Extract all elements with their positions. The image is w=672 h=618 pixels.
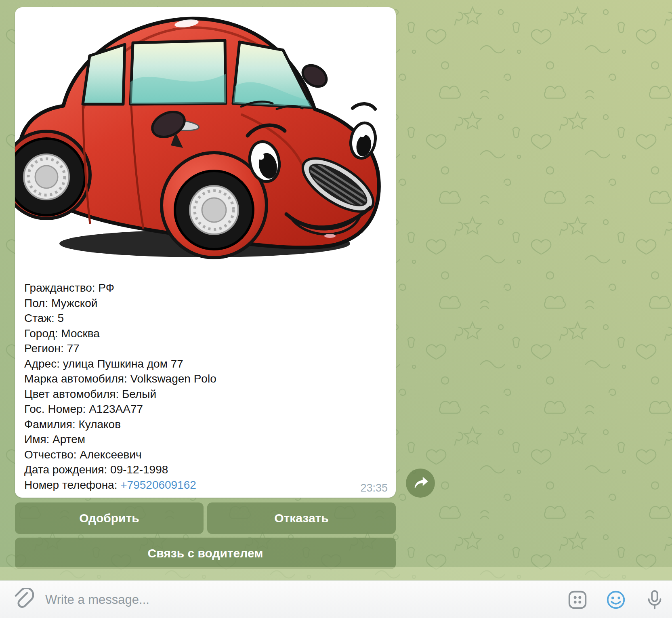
bot-commands-icon[interactable] [567,589,588,611]
info-line: Адрес: улица Пушкина дом 77 [24,356,386,372]
forward-arrow-icon [411,474,430,492]
info-line: Пол: Мужской [24,296,386,311]
emoji-icon[interactable] [605,589,627,611]
phone-line: Номер телефона: +79520609162 [24,477,386,493]
contact-driver-button[interactable]: Связь с водителем [15,538,396,569]
approve-button[interactable]: Одобрить [15,502,204,534]
info-line: Цвет автомобиля: Белый [24,387,386,402]
rear-wheel [15,139,85,215]
background-light-band [0,567,672,580]
info-line: Город: Москва [24,326,386,341]
message-input[interactable]: Write a message... [45,581,489,618]
inline-keyboard-row-2: Связь с водителем [15,538,396,569]
microphone-icon[interactable] [644,589,666,611]
info-line: Дата рождения: 09-12-1998 [24,462,386,477]
info-line: Фамилия: Кулаков [24,417,386,432]
composer-bar: Write a message... [0,580,672,618]
info-line: Отчество: Алексеевич [24,447,386,462]
message-text: Гражданство: РФ Пол: Мужской Стаж: 5 Гор… [24,280,386,492]
attach-paperclip-icon[interactable] [11,588,34,611]
info-line: Регион: 77 [24,341,386,356]
info-line: Гос. Номер: А123АА77 [24,401,386,417]
info-line: Гражданство: РФ [24,280,386,296]
inline-keyboard-row-1: Одобрить Отказать [15,502,396,534]
front-wheel [175,171,253,249]
car-photo[interactable] [15,7,396,270]
info-line: Стаж: 5 [24,311,386,326]
decline-button[interactable]: Отказать [207,502,396,534]
message-bubble: Гражданство: РФ Пол: Мужской Стаж: 5 Гор… [15,7,396,498]
message-timestamp: 23:35 [360,482,388,494]
forward-button[interactable] [406,469,435,498]
telegram-chat-screen: Гражданство: РФ Пол: Мужской Стаж: 5 Гор… [0,0,672,618]
phone-label: Номер телефона: [24,479,120,491]
phone-number-link[interactable]: +79520609162 [120,479,196,491]
info-line: Марка автомобиля: Volkswagen Polo [24,371,386,387]
info-line: Имя: Артем [24,432,386,447]
